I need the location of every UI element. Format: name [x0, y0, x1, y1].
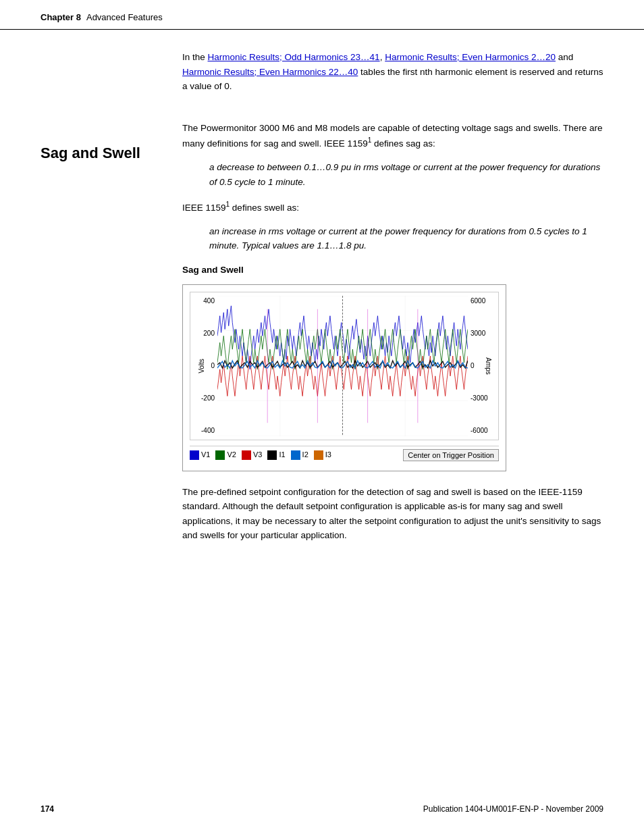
legend-box-v3	[242, 450, 251, 460]
chart-container: 400 200 0 -200 -400	[182, 284, 506, 471]
y-right-neg6000: -6000	[471, 425, 488, 436]
legend-label-v1: V1	[201, 449, 210, 461]
legend-label-v3: V3	[253, 449, 262, 461]
y-right-0: 0	[471, 361, 475, 371]
content-area: Sag and Swell In the Harmonic Results; O…	[0, 50, 644, 543]
sag-swell-para2: IEEE 11591 defines swell as:	[182, 199, 603, 215]
right-content: In the Harmonic Results; Odd Harmonics 2…	[176, 50, 603, 543]
y-left-neg400: -400	[201, 425, 215, 436]
y-right-neg3000: -3000	[471, 393, 488, 404]
legend-label-i1: I1	[279, 449, 285, 461]
page-footer: 174 Publication 1404-UM001F-EN-P - Novem…	[41, 804, 603, 814]
legend-box-v1	[190, 450, 199, 460]
legend-label-v2: V2	[227, 449, 236, 461]
legend-box-v2	[215, 450, 225, 460]
legend-v2: V2	[215, 449, 236, 461]
intro-paragraph: In the Harmonic Results; Odd Harmonics 2…	[182, 50, 603, 94]
y-right-6000: 6000	[471, 296, 485, 307]
section-label: Advanced Features	[86, 12, 163, 22]
legend-box-i3	[314, 450, 323, 460]
legend-v1: V1	[190, 449, 210, 461]
legend-label-i2: I2	[302, 449, 308, 461]
y-right-3000: 3000	[471, 328, 485, 339]
final-paragraph: The pre-defined setpoint configuration f…	[182, 485, 603, 543]
swell-definition: an increase in rms voltage or current at…	[209, 224, 603, 253]
chart-label: Sag and Swell	[182, 263, 603, 278]
publication-info: Publication 1404-UM001F-EN-P - November …	[423, 804, 603, 814]
y-left-400: 400	[203, 296, 215, 307]
link-odd-harmonics[interactable]: Harmonic Results; Odd Harmonics 23…41	[208, 52, 380, 62]
y-axis-right-label: Amps	[483, 357, 493, 375]
y-left-200: 200	[203, 328, 215, 339]
center-trigger-button[interactable]: Center on Trigger Position	[403, 449, 499, 461]
chart-area: 400 200 0 -200 -400	[190, 292, 499, 440]
legend-i1: I1	[267, 449, 285, 461]
waveform-svg	[217, 296, 468, 436]
link-even-harmonics-22-40[interactable]: Harmonic Results; Even Harmonics 22…40	[182, 67, 358, 77]
chapter-label: Chapter 8	[41, 12, 81, 22]
sag-swell-para1: The Powermonitor 3000 M6 and M8 models a…	[182, 121, 603, 151]
chart-plot-area	[217, 296, 468, 436]
page-number: 174	[41, 804, 54, 814]
y-left-neg200: -200	[201, 393, 215, 404]
left-sidebar: Sag and Swell	[41, 50, 176, 543]
y-axis-left-label: Volts	[196, 359, 207, 373]
link-even-harmonics-2-20[interactable]: Harmonic Results; Even Harmonics 2…20	[385, 52, 556, 62]
page-header: Chapter 8 Advanced Features	[0, 0, 644, 30]
page-container: Chapter 8 Advanced Features Sag and Swel…	[0, 0, 644, 834]
chart-legend: V1 V2 V3 I1	[190, 446, 499, 464]
section-heading: Sag and Swell	[41, 145, 176, 162]
intro-text-before: In the	[182, 52, 208, 62]
y-left-0: 0	[211, 361, 215, 371]
sag-definition: a decrease to between 0.1…0.9 pu in rms …	[209, 160, 603, 189]
legend-box-i2	[291, 450, 300, 460]
legend-i3: I3	[314, 449, 331, 461]
intro-and: and	[556, 52, 573, 62]
legend-box-i1	[267, 450, 277, 460]
legend-label-i3: I3	[325, 449, 331, 461]
sag-swell-content: The Powermonitor 3000 M6 and M8 models a…	[182, 121, 603, 543]
legend-i2: I2	[291, 449, 308, 461]
legend-v3: V3	[242, 449, 262, 461]
